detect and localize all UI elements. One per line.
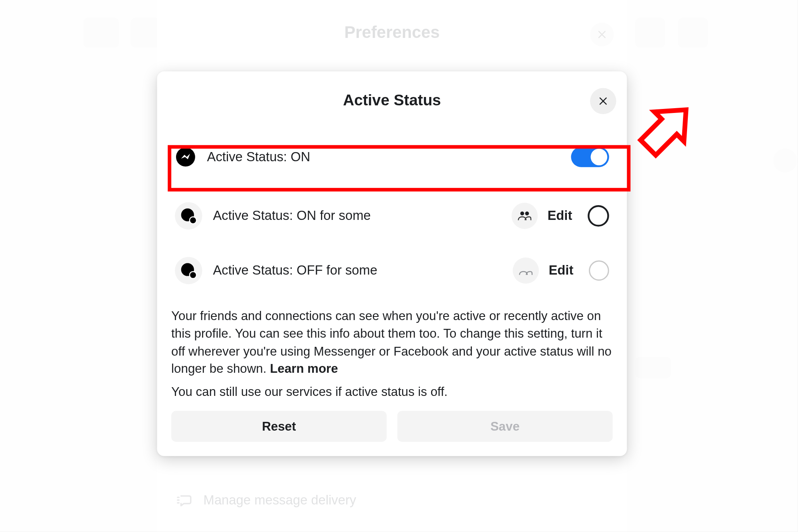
people-icon (512, 203, 538, 229)
close-icon (598, 96, 608, 107)
manage-message-delivery-row[interactable]: Manage message delivery (175, 491, 356, 509)
active-status-description-2: You can still use our services if active… (157, 380, 627, 410)
svg-point-8 (527, 266, 531, 270)
modal-title: Active Status (343, 91, 441, 109)
active-status-off-some-row[interactable]: Active Status: OFF for some Edit (157, 249, 627, 293)
preferences-title: Preferences (344, 23, 440, 42)
active-status-toggle[interactable] (571, 147, 609, 167)
close-icon (596, 29, 607, 40)
svg-point-7 (522, 266, 526, 270)
off-some-radio[interactable] (589, 261, 609, 281)
active-status-modal: Active Status Active Status: ON (157, 71, 627, 456)
svg-point-2 (190, 217, 196, 223)
preferences-close-button[interactable] (590, 23, 614, 47)
reset-button[interactable]: Reset (171, 411, 386, 442)
save-button[interactable]: Save (397, 411, 612, 442)
active-status-on-label: Active Status: ON (207, 149, 560, 165)
manage-message-delivery-label: Manage message delivery (204, 492, 356, 508)
messenger-badge-icon (175, 257, 202, 285)
active-status-description: Your friends and connections can see whe… (157, 303, 627, 380)
active-status-off-some-label: Active Status: OFF for some (213, 263, 502, 279)
people-icon (513, 257, 539, 284)
message-delivery-icon (175, 491, 193, 509)
active-status-on-some-label: Active Status: ON for some (213, 208, 501, 224)
learn-more-link[interactable]: Learn more (270, 362, 338, 376)
edit-on-some-button[interactable]: Edit (547, 208, 572, 224)
svg-point-4 (525, 212, 529, 216)
active-status-on-row[interactable]: Active Status: ON (157, 133, 627, 181)
messenger-badge-icon (175, 202, 202, 230)
on-some-radio[interactable] (588, 205, 609, 227)
svg-point-6 (190, 271, 196, 278)
messenger-icon (175, 146, 196, 168)
svg-point-3 (521, 212, 525, 216)
edit-off-some-button[interactable]: Edit (549, 263, 573, 279)
modal-close-button[interactable] (590, 88, 616, 115)
active-status-on-some-row[interactable]: Active Status: ON for some Edit (157, 194, 627, 238)
